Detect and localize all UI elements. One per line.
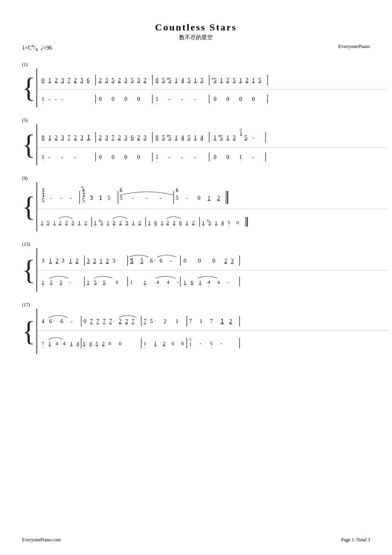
brace-2: { — [22, 124, 36, 165]
svg-text:·: · — [180, 225, 181, 229]
svg-text:7: 7 — [90, 318, 93, 324]
svg-text:-: - — [170, 258, 172, 264]
svg-text:3: 3 — [61, 135, 64, 141]
svg-text:3: 3 — [231, 258, 234, 264]
svg-text:-: - — [194, 154, 196, 160]
svg-text:1: 1 — [252, 77, 255, 83]
svg-text:0: 0 — [236, 219, 239, 225]
svg-text:0: 0 — [156, 135, 158, 141]
title-english: Countless Stars — [22, 22, 370, 33]
svg-text:0: 0 — [214, 96, 216, 102]
svg-text:2: 2 — [164, 318, 166, 324]
svg-text:0: 0 — [112, 96, 114, 102]
svg-text:0: 0 — [99, 96, 102, 102]
svg-text:·: · — [60, 284, 61, 288]
svg-text:5: 5 — [244, 135, 247, 141]
svg-text:2: 2 — [65, 219, 68, 225]
svg-text:7: 7 — [109, 318, 112, 324]
svg-text:2: 2 — [93, 258, 96, 264]
svg-text:·: · — [90, 346, 91, 350]
svg-text:2: 2 — [125, 318, 128, 324]
svg-text:·: · — [95, 225, 96, 229]
svg-text:2: 2 — [84, 219, 87, 225]
staves-1: 0 1 2 3 7 2 3 6 2 3 5 2 — [36, 68, 388, 107]
svg-text:5: 5 — [42, 197, 44, 203]
svg-text:0: 0 — [172, 340, 174, 346]
svg-text:-: - — [181, 96, 183, 102]
svg-text:·: · — [131, 256, 132, 260]
svg-text:·: · — [120, 186, 121, 190]
page: Countless Stars 数不尽的星空 1=C4/4 ♩=96 Every… — [0, 0, 392, 555]
svg-text:3: 3 — [80, 77, 83, 83]
brace-4: { — [22, 248, 36, 292]
section-label-5: (17) — [22, 302, 370, 308]
svg-text:·: · — [240, 131, 241, 135]
svg-text:3: 3 — [62, 258, 64, 264]
svg-text:1: 1 — [69, 258, 72, 264]
svg-text:·: · — [168, 284, 168, 288]
svg-text:3: 3 — [42, 258, 44, 264]
svg-text:·: · — [218, 284, 219, 288]
svg-text:·: · — [42, 159, 43, 163]
svg-text:4: 4 — [200, 135, 203, 141]
svg-text:5: 5 — [220, 135, 223, 141]
brace-5: { — [22, 309, 36, 354]
svg-text:·: · — [211, 346, 212, 350]
svg-text:1: 1 — [175, 135, 178, 141]
svg-text:·: · — [155, 225, 156, 229]
svg-text:·: · — [42, 101, 43, 105]
staff-bot-1: 1 · - - - 0 0 0 0 1 · - - — [37, 89, 388, 107]
svg-text:-: - — [61, 154, 63, 160]
svg-text:-: - — [69, 279, 71, 285]
svg-text:1: 1 — [100, 258, 102, 264]
svg-text:4: 4 — [221, 219, 224, 225]
staff-bot-2: 1 · - - - 0 0 0 0 1 · - - — [37, 147, 388, 165]
staff-top-4: 3 1 2 3 1 2 3 2 1 2 3 · — [37, 248, 388, 270]
svg-text:0: 0 — [212, 258, 215, 264]
svg-text:·: · — [203, 225, 204, 229]
svg-text:·: · — [88, 131, 88, 135]
svg-text:0: 0 — [198, 258, 201, 264]
svg-text:1: 1 — [226, 135, 229, 141]
grand-staff-1: { 0 1 2 3 7 2 3 6 — [22, 68, 370, 107]
svg-text:4: 4 — [181, 77, 184, 83]
svg-text:·: · — [90, 193, 91, 197]
svg-text:0: 0 — [198, 195, 200, 201]
svg-text:2: 2 — [229, 318, 232, 324]
svg-text:2: 2 — [138, 219, 141, 225]
svg-text:·: · — [103, 346, 104, 350]
svg-text:·: · — [61, 317, 62, 321]
svg-text:4: 4 — [181, 135, 184, 141]
svg-text:-: - — [55, 96, 57, 102]
svg-text:#: # — [81, 185, 83, 189]
svg-text:6: 6 — [160, 258, 162, 264]
staff-top-5: 4 6 · 6 · - 0 7 7 7 7 — [37, 309, 388, 330]
svg-text:1: 1 — [194, 77, 197, 83]
svg-text:·: · — [96, 346, 97, 350]
svg-text:2: 2 — [137, 135, 140, 141]
svg-text:2: 2 — [113, 219, 116, 225]
svg-text:·: · — [54, 225, 55, 229]
svg-text:·: · — [228, 225, 229, 229]
svg-text:1̇: 1̇ — [87, 135, 90, 141]
svg-text:0: 0 — [84, 318, 86, 324]
svg-text:-: - — [252, 135, 254, 141]
svg-text:·: · — [83, 190, 84, 194]
staff-bot-4: 1 · 5 · 5 · - 1 · 5 — [37, 270, 388, 292]
svg-text:5: 5 — [120, 195, 122, 201]
svg-text:-: - — [200, 340, 201, 346]
svg-text:3: 3 — [200, 77, 203, 83]
svg-text:1: 1 — [220, 77, 223, 83]
svg-text:1: 1 — [208, 195, 210, 201]
svg-text:1: 1 — [194, 135, 197, 141]
staff-bot-5: 7 · 1 · 4 · 4 · 1 · 4 · — [37, 330, 388, 354]
staves-5: 4 6 · 6 · - 0 7 7 7 7 — [36, 309, 388, 354]
svg-text:2: 2 — [56, 258, 58, 264]
key-tempo: 1=C4/4 ♩=96 — [22, 43, 52, 52]
svg-text:·: · — [216, 225, 216, 229]
svg-text:5: 5 — [131, 77, 134, 83]
section-4: (13) { 3 1 2 3 1 2 3 — [22, 241, 370, 292]
svg-text:-: - — [252, 154, 254, 160]
svg-text:2: 2 — [76, 258, 78, 264]
svg-text:·: · — [79, 225, 80, 229]
